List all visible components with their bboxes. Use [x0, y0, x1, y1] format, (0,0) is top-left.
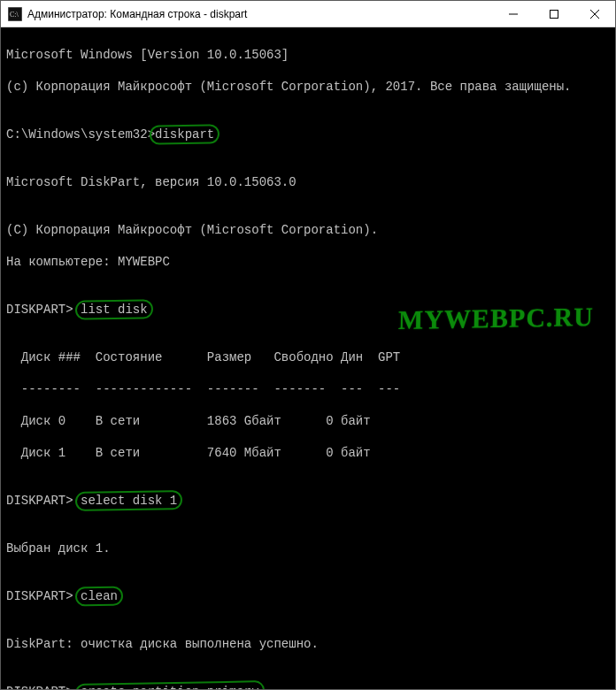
prompt: DISKPART> — [6, 494, 81, 508]
terminal-output[interactable]: Microsoft Windows [Version 10.0.15063] (… — [1, 27, 615, 689]
prompt-line: DISKPART> select disk 1 — [6, 493, 610, 509]
svg-rect-3 — [551, 10, 558, 18]
prompt: DISKPART> — [6, 589, 81, 603]
prompt: DISKPART> — [6, 303, 81, 317]
prompt-line: DISKPART> list disk — [6, 302, 610, 318]
window-title: Администратор: Командная строка - diskpa… — [27, 8, 493, 20]
maximize-button[interactable] — [534, 1, 574, 27]
titlebar: C:\ Администратор: Командная строка - di… — [1, 1, 615, 27]
prompt-line: C:\Windows\system32>diskpart — [6, 126, 610, 142]
cmd-list-disk: list disk — [81, 303, 148, 317]
svg-text:C:\: C:\ — [10, 11, 19, 19]
prompt: DISKPART> — [6, 685, 81, 689]
output-line: На компьютере: MYWEBPC — [6, 254, 610, 270]
cmd-select-disk: select disk 1 — [81, 494, 177, 508]
cmd-window: C:\ Администратор: Командная строка - di… — [0, 0, 616, 690]
prompt-line: DISKPART> clean — [6, 588, 610, 604]
cmd-create-partition: create partition primary — [81, 685, 259, 689]
cmd-diskpart: diskpart — [155, 127, 214, 142]
cmd-icon: C:\ — [8, 7, 22, 21]
minimize-button[interactable] — [493, 1, 534, 27]
prompt: C:\Windows\system32> — [6, 127, 155, 142]
table-divider: -------- ------------- ------- ------- -… — [6, 381, 610, 397]
table-row: Диск 1 В сети 7640 Mбайт 0 байт — [6, 445, 610, 461]
output-line: Microsoft Windows [Version 10.0.15063] — [6, 47, 610, 63]
cmd-clean: clean — [81, 589, 118, 603]
window-controls — [493, 1, 615, 27]
table-header: Диск ### Состояние Размер Свободно Дин G… — [6, 349, 610, 365]
output-line: (C) Корпорация Майкрософт (Microsoft Cor… — [6, 222, 610, 238]
table-row: Диск 0 В сети 1863 Gбайт 0 байт — [6, 413, 610, 429]
output-line: Microsoft DiskPart, версия 10.0.15063.0 — [6, 174, 610, 190]
output-line: (c) Корпорация Майкрософт (Microsoft Cor… — [6, 79, 610, 95]
output-line: DiskPart: очистка диска выполнена успешн… — [6, 636, 610, 652]
prompt-line: DISKPART> create partition primary — [6, 684, 610, 689]
close-button[interactable] — [574, 1, 615, 27]
output-line: Выбран диск 1. — [6, 540, 610, 556]
